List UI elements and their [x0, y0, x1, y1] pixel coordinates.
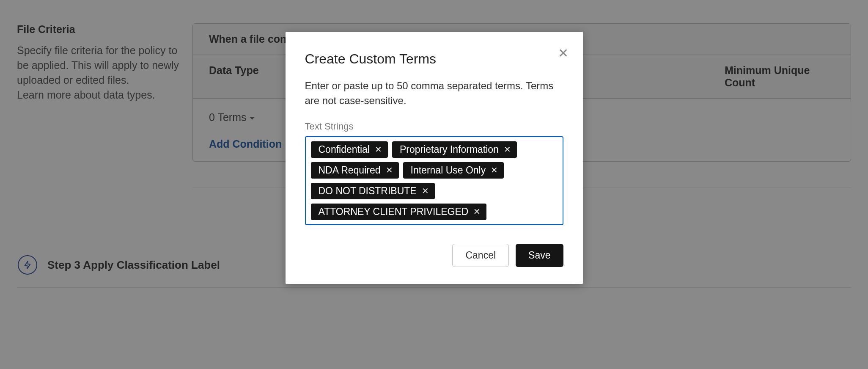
- term-tag-label: Confidential: [319, 144, 370, 155]
- remove-tag-icon[interactable]: ✕: [375, 145, 382, 154]
- remove-tag-icon[interactable]: ✕: [491, 166, 498, 174]
- remove-tag-icon[interactable]: ✕: [386, 166, 393, 174]
- term-tag: Confidential✕: [311, 141, 388, 158]
- modal-overlay[interactable]: ✕ Create Custom Terms Enter or paste up …: [0, 0, 868, 369]
- term-tag-label: DO NOT DISTRIBUTE: [319, 185, 417, 197]
- text-strings-input[interactable]: Confidential✕Proprietary Information✕NDA…: [305, 136, 563, 225]
- create-custom-terms-modal: ✕ Create Custom Terms Enter or paste up …: [286, 32, 583, 284]
- cancel-button[interactable]: Cancel: [452, 244, 509, 267]
- term-tag: Proprietary Information✕: [392, 141, 517, 158]
- term-tag: NDA Required✕: [311, 162, 399, 179]
- term-tag-label: Proprietary Information: [400, 144, 499, 155]
- term-tag: Internal Use Only✕: [403, 162, 504, 179]
- modal-title: Create Custom Terms: [305, 51, 563, 67]
- modal-description: Enter or paste up to 50 comma separated …: [305, 79, 563, 108]
- close-icon[interactable]: ✕: [556, 45, 570, 61]
- text-strings-label: Text Strings: [305, 121, 563, 132]
- remove-tag-icon[interactable]: ✕: [473, 207, 481, 216]
- term-tag-label: NDA Required: [319, 165, 381, 176]
- remove-tag-icon[interactable]: ✕: [422, 187, 429, 195]
- remove-tag-icon[interactable]: ✕: [504, 145, 511, 154]
- modal-actions: Cancel Save: [305, 244, 563, 267]
- term-tag: DO NOT DISTRIBUTE✕: [311, 183, 435, 199]
- save-button[interactable]: Save: [516, 244, 563, 267]
- term-tag-label: Internal Use Only: [411, 165, 486, 176]
- term-tag: ATTORNEY CLIENT PRIVILEGED✕: [311, 204, 487, 220]
- term-tag-label: ATTORNEY CLIENT PRIVILEGED: [319, 206, 469, 218]
